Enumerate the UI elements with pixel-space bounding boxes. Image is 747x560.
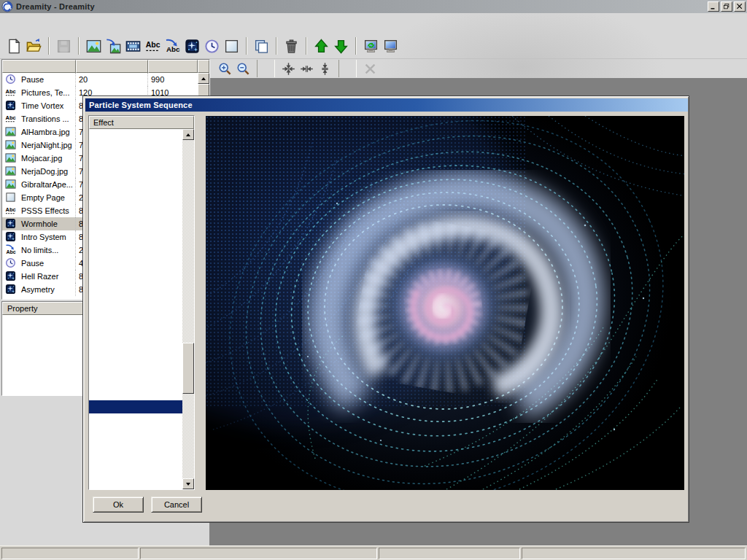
arrow-up-icon[interactable] bbox=[311, 36, 331, 56]
arrow-down-icon[interactable] bbox=[331, 36, 351, 56]
sequence-name: Transitions ... bbox=[21, 114, 69, 123]
effect-item[interactable] bbox=[89, 413, 182, 427]
effect-item[interactable] bbox=[89, 269, 182, 282]
effect-item[interactable] bbox=[89, 335, 182, 348]
image-arrow-icon[interactable] bbox=[104, 36, 123, 56]
effect-item[interactable] bbox=[89, 282, 182, 295]
effect-item[interactable] bbox=[89, 203, 182, 217]
effect-item[interactable] bbox=[89, 453, 182, 466]
scroll-up-button[interactable] bbox=[182, 129, 194, 140]
effect-item[interactable] bbox=[89, 387, 182, 400]
window-title: Dreamity - Dreamity bbox=[16, 2, 95, 11]
clock-icon[interactable] bbox=[202, 36, 222, 56]
effect-item[interactable] bbox=[89, 138, 182, 151]
toolbar-separator bbox=[306, 37, 307, 55]
effect-item[interactable] bbox=[89, 308, 182, 322]
close-button[interactable] bbox=[734, 1, 746, 12]
effect-item[interactable] bbox=[89, 190, 182, 203]
effect-item[interactable] bbox=[89, 256, 182, 269]
main-toolbar bbox=[0, 34, 747, 59]
menu-item[interactable] bbox=[55, 22, 69, 25]
effect-preview bbox=[206, 116, 684, 490]
effect-item[interactable] bbox=[89, 479, 182, 489]
window-titlebar[interactable]: Dreamity - Dreamity bbox=[0, 0, 747, 13]
sequence-duration: 20 bbox=[76, 73, 148, 86]
effect-item[interactable] bbox=[89, 217, 182, 230]
effect-item[interactable] bbox=[89, 129, 182, 138]
menu-item[interactable] bbox=[29, 22, 42, 25]
image-icon[interactable] bbox=[84, 36, 104, 56]
effect-item[interactable] bbox=[89, 177, 182, 190]
menu-item[interactable] bbox=[16, 22, 29, 25]
particle-system-dialog: Particle System Sequence Effect bbox=[82, 96, 689, 523]
fit-center-icon[interactable] bbox=[279, 60, 298, 77]
open-folder-icon[interactable] bbox=[24, 36, 44, 56]
toolbar-separator bbox=[257, 60, 275, 77]
effect-scrollbar[interactable] bbox=[182, 129, 194, 489]
scroll-thumb[interactable] bbox=[182, 343, 194, 394]
effect-item[interactable] bbox=[89, 440, 182, 453]
menu-item[interactable] bbox=[42, 22, 55, 25]
text-icon bbox=[5, 113, 17, 125]
column-header[interactable] bbox=[2, 60, 76, 73]
cancel-button[interactable]: Cancel bbox=[151, 497, 202, 513]
zoom-in-icon[interactable] bbox=[216, 60, 234, 77]
zoom-out-icon[interactable] bbox=[234, 60, 252, 77]
column-header[interactable] bbox=[76, 60, 148, 73]
toolbar-separator bbox=[246, 37, 247, 55]
new-document-icon[interactable] bbox=[4, 36, 24, 56]
image-icon bbox=[5, 152, 17, 164]
particle-system-icon bbox=[5, 284, 17, 295]
sequence-name: Wormhole bbox=[21, 219, 58, 228]
effect-item[interactable] bbox=[89, 243, 182, 256]
effect-item[interactable] bbox=[89, 400, 182, 413]
sequence-name: PSSS Effects bbox=[21, 206, 69, 215]
status-panel bbox=[1, 548, 139, 559]
effect-item[interactable] bbox=[89, 164, 182, 177]
text-arrow-icon[interactable] bbox=[163, 36, 182, 56]
effect-column-header[interactable]: Effect bbox=[89, 116, 194, 129]
particle-system-icon[interactable] bbox=[182, 36, 202, 56]
trash-icon[interactable] bbox=[282, 36, 301, 56]
effect-item[interactable] bbox=[89, 427, 182, 440]
text-icon bbox=[5, 87, 17, 98]
effect-item[interactable] bbox=[89, 361, 182, 374]
film-strip-icon[interactable] bbox=[123, 36, 143, 56]
save-icon[interactable] bbox=[54, 36, 74, 56]
align-vertical-icon[interactable] bbox=[316, 60, 334, 77]
restore-button[interactable] bbox=[721, 1, 732, 12]
particle-system-icon bbox=[5, 231, 17, 243]
column-header[interactable] bbox=[148, 60, 198, 73]
copy-icon[interactable] bbox=[252, 36, 271, 56]
effect-item[interactable] bbox=[89, 322, 182, 335]
minimize-button[interactable] bbox=[708, 1, 719, 12]
menu-item[interactable] bbox=[3, 22, 16, 25]
effect-item[interactable] bbox=[89, 466, 182, 479]
sequence-name: Asymetry bbox=[21, 285, 55, 294]
ok-button[interactable]: Ok bbox=[93, 497, 144, 513]
align-horizontal-icon[interactable] bbox=[298, 60, 316, 77]
close-x-icon[interactable] bbox=[361, 60, 379, 77]
empty-page-icon[interactable] bbox=[222, 36, 241, 56]
effect-item[interactable] bbox=[89, 151, 182, 164]
text-icon[interactable] bbox=[143, 36, 163, 56]
toolbar-separator bbox=[276, 37, 277, 55]
status-panel bbox=[140, 548, 377, 559]
effect-item[interactable] bbox=[89, 230, 182, 243]
effect-item[interactable] bbox=[89, 295, 182, 308]
monitor-icon[interactable] bbox=[381, 36, 400, 56]
sequence-name: No limits... bbox=[21, 246, 58, 254]
scroll-down-button[interactable] bbox=[182, 478, 194, 489]
sequence-name: Mojacar.jpg bbox=[21, 154, 62, 163]
sequence-name: Pause bbox=[21, 75, 44, 84]
effect-item[interactable] bbox=[89, 348, 182, 361]
particle-system-icon bbox=[5, 100, 17, 112]
sequence-row[interactable]: Pause 20 990 bbox=[2, 73, 198, 86]
scroll-up-button[interactable] bbox=[198, 73, 209, 84]
effect-item[interactable] bbox=[89, 374, 182, 387]
sequence-name: Hell Razer bbox=[21, 272, 58, 281]
monitor-refresh-icon[interactable] bbox=[361, 36, 381, 56]
particle-system-icon bbox=[5, 271, 17, 282]
sequence-position: 990 bbox=[148, 73, 198, 86]
dialog-titlebar[interactable]: Particle System Sequence bbox=[85, 98, 688, 112]
